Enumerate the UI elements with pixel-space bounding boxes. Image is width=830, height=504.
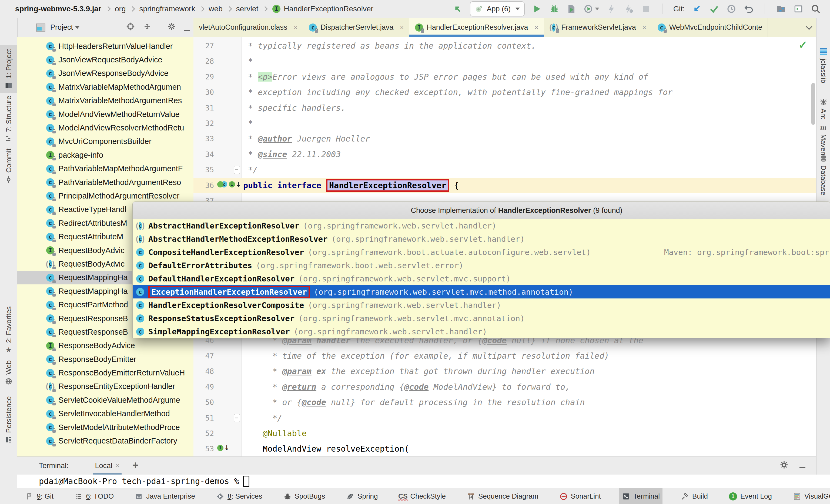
tree-item[interactable]: cModelAndViewResolverMethodRetu <box>17 121 193 135</box>
tree-item[interactable]: cMvcUriComponentsBuilder <box>17 135 193 148</box>
close-icon[interactable]: × <box>642 24 646 31</box>
breadcrumb-item[interactable]: servlet <box>236 5 258 13</box>
tree-item[interactable]: IResponseBodyAdvice <box>17 339 193 352</box>
tree-item[interactable]: Ipackage-info <box>17 148 193 162</box>
tree-item[interactable]: cServletRequestDataBinderFactory <box>17 434 193 447</box>
tab-overflow-button[interactable] <box>802 18 816 37</box>
tool-stripe-button[interactable]: Web <box>0 360 17 385</box>
tree-item[interactable]: cJsonViewResponseBodyAdvice <box>17 67 193 80</box>
tool-stripe-button[interactable]: Ant <box>817 98 830 119</box>
implementations-gutter-icon[interactable]: I↓ <box>217 444 229 451</box>
statusbar-toolwindow-button[interactable]: SonarLint <box>557 488 604 504</box>
terminal-minimize-button[interactable] <box>799 462 805 470</box>
editor-tab[interactable]: (c)FrameworkServlet.java× <box>544 18 652 37</box>
editor-scrollbar[interactable] <box>811 83 815 125</box>
tree-item[interactable]: cServletCookieValueMethodArgume <box>17 393 193 407</box>
fold-marker-icon[interactable] <box>234 414 240 422</box>
statusbar-toolwindow-button[interactable]: Terminal <box>619 488 663 504</box>
debug-button[interactable] <box>549 4 559 14</box>
statusbar-toolwindow-button[interactable]: VisualGC <box>790 488 830 504</box>
close-icon[interactable]: × <box>535 24 539 31</box>
new-terminal-tab-button[interactable]: + <box>132 461 138 471</box>
implementation-item[interactable]: (c)AbstractHandlerExceptionResolver(org.… <box>133 219 830 232</box>
close-icon[interactable]: × <box>400 24 404 31</box>
close-icon[interactable]: × <box>294 24 297 31</box>
tree-item[interactable]: cPrincipalMethodArgumentResolver <box>17 189 193 203</box>
tree-item[interactable]: cResponseBodyEmitter <box>17 352 193 366</box>
statusbar-toolwindow-button[interactable]: Sequence Diagram <box>464 488 541 504</box>
project-panel-title[interactable]: Project <box>50 23 73 32</box>
tree-item[interactable]: cMatrixVariableMethodArgumentRes <box>17 94 193 107</box>
statusbar-toolwindow-button[interactable]: 8: Services <box>214 488 265 504</box>
statusbar-toolwindow-button[interactable]: Build <box>678 488 710 504</box>
tree-item[interactable]: cHttpHeadersReturnValueHandler <box>17 39 193 53</box>
tool-stripe-button[interactable]: 7: Structure <box>0 96 17 143</box>
editor-tab[interactable]: cWebMvcEndpointChildConte <box>652 18 768 37</box>
breadcrumb-item[interactable]: HandlerExceptionResolver <box>284 5 373 13</box>
tool-stripe-button[interactable]: Commit <box>0 148 17 184</box>
search-button[interactable] <box>810 4 821 14</box>
tree-item[interactable]: cPathVariableMethodArgumentReso <box>17 175 193 189</box>
statusbar-toolwindow-button[interactable]: Spring <box>343 488 380 504</box>
tree-item[interactable]: cServletInvocableHandlerMethod <box>17 407 193 421</box>
rollback-button[interactable] <box>743 4 754 14</box>
implementation-item[interactable]: cExceptionHandlerExceptionResolver(org.s… <box>133 285 830 298</box>
run-configuration-selector[interactable]: App (6) <box>470 1 525 16</box>
bolt-debug-button[interactable] <box>624 4 634 14</box>
editor-tab[interactable]: cDispatcherServlet.java× <box>303 18 409 37</box>
tool-stripe-button[interactable]: Persistence <box>0 396 17 444</box>
locate-file-button[interactable] <box>126 22 135 31</box>
breadcrumb-item[interactable]: web <box>209 5 222 13</box>
tool-stripe-button[interactable]: 1: Project <box>0 45 17 93</box>
breadcrumb[interactable]: spring-webmvc-5.3.9.jarorgspringframewor… <box>0 4 373 13</box>
tree-item[interactable]: (c)ResponseEntityExceptionHandler <box>17 380 193 393</box>
editor-tab[interactable]: IHandlerExceptionResolver.java× <box>409 18 544 37</box>
tool-stripe-button[interactable]: jclasslib <box>817 48 830 83</box>
panel-settings-button[interactable] <box>167 22 176 31</box>
history-button[interactable] <box>726 4 736 14</box>
git-commit-button[interactable] <box>709 4 719 14</box>
tree-item[interactable]: cMatrixVariableMapMethodArgumen <box>17 80 193 94</box>
implementation-item[interactable]: cCompositeHandlerExceptionResolver(org.s… <box>133 245 830 259</box>
tree-item[interactable]: cResponseBodyEmitterReturnValueH <box>17 366 193 379</box>
statusbar-toolwindow-button[interactable]: 6: TODO <box>72 488 117 504</box>
implementation-item[interactable]: cSimpleMappingExceptionResolver(org.spri… <box>133 325 830 338</box>
implementation-item[interactable]: cResponseStatusExceptionResolver(org.spr… <box>133 312 830 325</box>
statusbar-toolwindow-button[interactable]: 1Event Log <box>726 488 775 504</box>
tool-stripe-button[interactable]: 2: Favorites★ <box>0 306 17 354</box>
statusbar-toolwindow-button[interactable]: SpotBugs <box>281 488 328 504</box>
statusbar-toolwindow-button[interactable]: 9: Git <box>23 488 56 504</box>
tool-stripe-button[interactable]: Database <box>817 155 830 195</box>
console-button[interactable] <box>793 4 803 14</box>
compare-button[interactable] <box>776 4 786 14</box>
collapse-all-button[interactable] <box>143 22 152 31</box>
breadcrumb-item[interactable]: org <box>115 5 126 13</box>
terminal-settings-button[interactable] <box>779 460 789 471</box>
tree-item[interactable]: cJsonViewRequestBodyAdvice <box>17 53 193 66</box>
play-button[interactable] <box>532 4 542 14</box>
hide-panel-button[interactable] <box>184 30 190 31</box>
implementations-gutter-icon[interactable]: cI↓ <box>217 181 241 188</box>
profiler-button[interactable] <box>583 4 599 14</box>
statusbar-toolwindow-button[interactable]: CSCheckStyle <box>396 488 448 504</box>
tool-stripe-button[interactable]: mMaven <box>817 124 830 155</box>
tree-item[interactable]: cPathVariableMapMethodArgumentF <box>17 162 193 175</box>
git-update-button[interactable] <box>692 4 702 14</box>
close-icon[interactable]: × <box>116 462 120 469</box>
terminal-tab-local[interactable]: Local× <box>93 457 122 475</box>
editor-tab[interactable]: vletAutoConfiguration.class× <box>193 18 303 37</box>
statusbar-toolwindow-button[interactable]: Java Enterprise <box>132 488 198 504</box>
implementation-item[interactable]: cHandlerExceptionResolverComposite(org.s… <box>133 298 830 312</box>
implementation-item[interactable]: cDefaultErrorAttributes(org.springframew… <box>133 259 830 272</box>
bolt-button[interactable] <box>606 4 616 14</box>
terminal-console[interactable]: pdai@MacBook-Pro tech-pdai-spring-demos … <box>17 475 830 488</box>
project-dropdown-caret[interactable] <box>75 26 79 29</box>
back-button[interactable] <box>452 4 463 14</box>
coverage-button[interactable] <box>566 4 577 14</box>
implementation-item[interactable]: (c)AbstractHandlerMethodExceptionResolve… <box>133 232 830 245</box>
breadcrumb-item[interactable]: springframework <box>139 5 195 13</box>
stop-button[interactable] <box>641 4 651 14</box>
tree-item[interactable]: cModelAndViewMethodReturnValue <box>17 107 193 121</box>
tree-item[interactable]: cServletModelAttributeMethodProce <box>17 421 193 434</box>
breadcrumb-item[interactable]: spring-webmvc-5.3.9.jar <box>15 5 101 13</box>
